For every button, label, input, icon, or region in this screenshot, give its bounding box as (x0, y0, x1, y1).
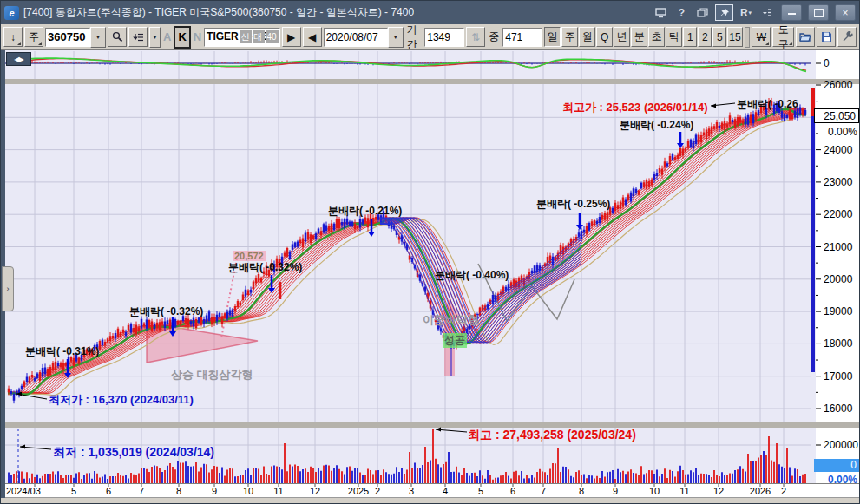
timeframe-button-2[interactable]: 2 (698, 27, 712, 47)
flag-k-button[interactable]: K (174, 26, 191, 49)
next-button[interactable]: ▶ (282, 27, 301, 47)
prev-button[interactable]: ◀ (303, 27, 322, 47)
flag-n[interactable]: N (193, 30, 202, 43)
date-combo: ▼ (324, 27, 404, 48)
timeframe-button-일[interactable]: 일 (544, 27, 561, 47)
timeframe-button-초[interactable]: 초 (648, 27, 665, 47)
stock-list-button[interactable] (128, 27, 148, 47)
window-title: [7400] 통합차트(주식종합) - TIGER 미국S&P500(36075… (23, 5, 414, 20)
symbol-dropdown-button[interactable]: ▼ (90, 27, 106, 48)
clone-window-icon[interactable] (694, 5, 711, 20)
currency-button[interactable]: ₩ (752, 27, 771, 47)
timeframe-button-15[interactable]: 15 (727, 27, 742, 47)
stock-badge: 대 (253, 30, 265, 43)
help-icon[interactable]: ? (673, 5, 690, 20)
adjust-price-button[interactable]: ⇅ (466, 27, 485, 47)
timeframe-button-5[interactable]: 5 (712, 27, 726, 47)
left-panel-expander[interactable]: › (2, 266, 14, 311)
save-chart-button[interactable] (817, 27, 836, 47)
stock-list-dropdown-button[interactable]: ▼ (149, 27, 161, 48)
resolution-icon[interactable]: R▾ (738, 5, 754, 20)
timeframe-button-틱[interactable]: 틱 (666, 27, 682, 47)
mini-nav-icon: ◀▶ (14, 56, 23, 63)
titlebar[interactable]: e [7400] 통합차트(주식종합) - TIGER 미국S&P500(360… (1, 1, 859, 25)
stock-name-field: TIGER 미국S&P 신대40 (204, 28, 280, 47)
tools-button[interactable]: 도구 (772, 27, 794, 47)
count-label: 중 (487, 29, 501, 44)
window-list-icon[interactable] (758, 5, 775, 20)
stock-badge: 40 (266, 30, 279, 43)
count-input[interactable] (502, 28, 542, 47)
timeframe-button-1[interactable]: 1 (683, 27, 697, 47)
app-window: e [7400] 통합차트(주식종합) - TIGER 미국S&P500(360… (0, 0, 860, 504)
symbol-input[interactable] (45, 28, 90, 47)
open-chart-button[interactable] (796, 27, 815, 47)
chart-canvas[interactable] (1, 1, 860, 504)
symbol-combo: ▼ (45, 27, 106, 48)
maximize-button[interactable] (808, 4, 829, 21)
timeframe-group: 일주월Q년분초틱12515 (544, 27, 742, 47)
stock-badges: 신대40 (240, 30, 279, 43)
pin-icon[interactable] (715, 4, 733, 21)
period-input[interactable] (424, 28, 464, 47)
date-dropdown-button[interactable]: ▼ (388, 27, 404, 48)
app-logo-icon: e (4, 6, 19, 20)
flag-a[interactable]: A (162, 30, 172, 43)
timeframe-button-주[interactable]: 주 (561, 27, 578, 47)
settings-wrench-button[interactable] (837, 27, 857, 47)
capture-icon[interactable] (653, 5, 669, 20)
dock-toggle-button[interactable]: ↓ (3, 27, 23, 47)
mini-chart-scroll-button[interactable]: ◀▶ (6, 52, 31, 66)
timeframe-button-Q[interactable]: Q (596, 27, 613, 47)
toolbar: ↓ 주 ▼ ▼ A K N TIGER 미국S&P 신대40 ▶ ◀ ▼ 기간 … (1, 24, 859, 50)
quick-period-button[interactable]: 주 (24, 27, 43, 47)
close-button[interactable]: × (835, 4, 856, 21)
timeframe-button-년[interactable]: 년 (614, 27, 630, 47)
expander-arrow-icon: › (7, 285, 10, 293)
timeframe-spinner[interactable] (745, 27, 751, 48)
timeframe-button-월[interactable]: 월 (579, 27, 595, 47)
minimize-button[interactable] (781, 4, 802, 21)
period-label: 기간 (405, 24, 423, 50)
timeframe-button-분[interactable]: 분 (631, 27, 647, 47)
stock-badge: 신 (240, 30, 252, 43)
date-input[interactable] (324, 28, 388, 47)
search-button[interactable] (108, 27, 127, 47)
